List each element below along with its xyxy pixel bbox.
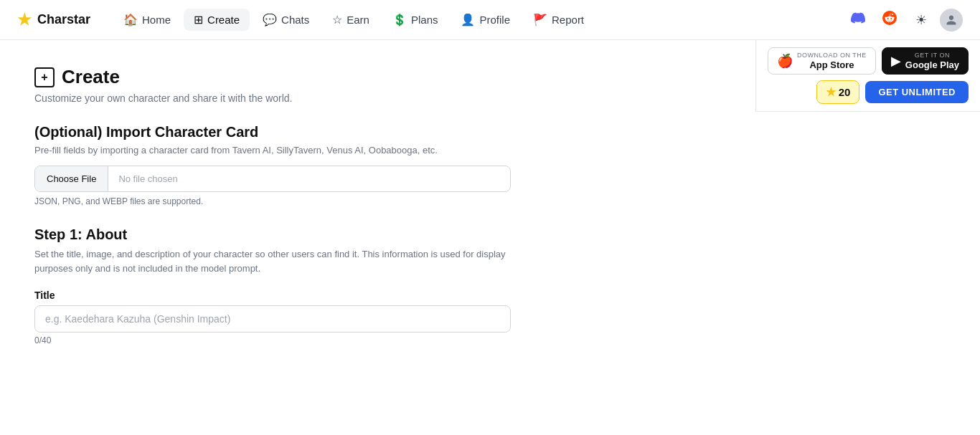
google-play-sub: GET IT ON	[905, 52, 959, 59]
title-input[interactable]	[34, 305, 511, 333]
import-section: (Optional) Import Character Card Pre-fil…	[34, 124, 511, 206]
discord-button[interactable]	[845, 7, 871, 33]
user-avatar[interactable]	[940, 9, 963, 32]
nav-label-plans: Plans	[411, 14, 438, 26]
coins-row: ★ 20 GET UNLIMITED	[816, 80, 969, 104]
logo-name: Charstar	[37, 12, 90, 27]
nav-item-earn[interactable]: ☆ Earn	[322, 9, 380, 31]
coins-display: ★ 20	[816, 80, 860, 104]
app-store-badge[interactable]: 🍎 Download on the App Store	[768, 47, 876, 75]
nav-label-create: Create	[207, 14, 240, 26]
home-icon: 🏠	[123, 13, 138, 27]
title-char-count: 0/40	[34, 335, 511, 345]
file-name-display: No file chosen	[108, 166, 510, 191]
step1-section: Step 1: About Set the title, image, and …	[34, 226, 511, 345]
header-right: ☀	[845, 7, 963, 33]
coins-value: 20	[839, 86, 851, 98]
create-icon: ⊞	[194, 13, 203, 27]
apple-icon: 🍎	[777, 53, 793, 69]
nav-item-chats[interactable]: 💬 Chats	[253, 9, 319, 31]
reddit-button[interactable]	[877, 7, 903, 33]
main-nav: 🏠 Home ⊞ Create 💬 Chats ☆ Earn 💲 Plans 👤	[113, 9, 594, 31]
page-title-row: + Create	[34, 66, 511, 88]
theme-icon: ☀	[915, 12, 927, 28]
file-input-wrapper: Choose File No file chosen	[34, 166, 511, 192]
nav-label-earn: Earn	[347, 14, 369, 26]
header-left: ★ Charstar 🏠 Home ⊞ Create 💬 Chats ☆ Ear…	[17, 9, 594, 31]
top-right-panel: 🍎 Download on the App Store ▶ GET IT ON …	[755, 40, 980, 112]
title-field-label: Title	[34, 290, 511, 301]
logo[interactable]: ★ Charstar	[17, 11, 90, 29]
get-unlimited-button[interactable]: GET UNLIMITED	[865, 81, 969, 103]
file-support-text: JSON, PNG, and WEBP files are supported.	[34, 196, 511, 206]
theme-toggle-button[interactable]: ☀	[908, 7, 934, 33]
nav-label-profile: Profile	[479, 14, 510, 26]
page-title: Create	[62, 66, 120, 88]
coins-star-icon: ★	[826, 85, 836, 99]
nav-item-profile[interactable]: 👤 Profile	[451, 9, 520, 31]
app-store-sub: Download on the	[797, 52, 867, 59]
profile-icon: 👤	[461, 13, 475, 27]
nav-item-home[interactable]: 🏠 Home	[113, 9, 181, 31]
earn-icon: ☆	[332, 13, 342, 27]
nav-label-chats: Chats	[281, 14, 309, 26]
nav-label-home: Home	[142, 14, 171, 26]
nav-item-create[interactable]: ⊞ Create	[184, 9, 250, 31]
plans-icon: 💲	[392, 13, 407, 27]
step1-title: Step 1: About	[34, 226, 511, 243]
nav-item-plans[interactable]: 💲 Plans	[382, 9, 448, 31]
choose-file-button[interactable]: Choose File	[35, 166, 108, 191]
page-title-icon: +	[34, 67, 55, 87]
chats-icon: 💬	[263, 13, 277, 27]
main-header: ★ Charstar 🏠 Home ⊞ Create 💬 Chats ☆ Ear…	[0, 0, 980, 40]
title-field-group: Title 0/40	[34, 290, 511, 345]
step1-desc: Set the title, image, and description of…	[34, 247, 511, 275]
store-badges: 🍎 Download on the App Store ▶ GET IT ON …	[768, 47, 969, 75]
app-store-name: App Store	[797, 59, 867, 71]
google-play-name: Google Play	[905, 59, 959, 71]
logo-star-icon: ★	[17, 11, 32, 29]
import-section-title: (Optional) Import Character Card	[34, 124, 511, 140]
nav-label-report: Report	[552, 14, 584, 26]
reddit-icon	[882, 11, 897, 29]
google-play-icon: ▶	[891, 53, 901, 69]
main-content: + Create Customize your own character an…	[0, 40, 545, 371]
nav-item-report[interactable]: 🚩 Report	[523, 9, 594, 31]
page-subtitle: Customize your own character and share i…	[34, 92, 511, 104]
google-play-badge[interactable]: ▶ GET IT ON Google Play	[882, 47, 969, 75]
import-section-desc: Pre-fill fields by importing a character…	[34, 145, 511, 156]
discord-icon	[851, 11, 865, 29]
report-icon: 🚩	[533, 13, 547, 27]
